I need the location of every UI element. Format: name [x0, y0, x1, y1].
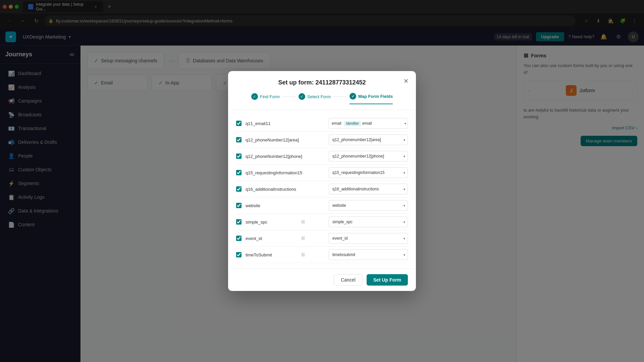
step-select-form: ✓ Select Form [299, 93, 331, 104]
step-map-fields-label: Map Form Fields [358, 94, 393, 99]
cancel-button[interactable]: Cancel [334, 274, 363, 286]
step-find-form: ✓ Find Form [251, 93, 280, 104]
field-select-wrapper-phone-phone: q12_phonenumber12[phone] ▾ [329, 151, 408, 162]
field-row-timetosubmit: timeToSubmit ⛓ timetosubmit ▾ [236, 247, 408, 263]
field-select-wrapper-email: email Identifier email ▾ [329, 118, 408, 129]
app-container: Integrate your data | Setup Gui... ✕ + ←… [0, 0, 644, 362]
field-select-wrapper-website: website ▾ [329, 200, 408, 211]
link-icon-event-id[interactable]: ⛓ [301, 236, 305, 241]
select-form-check-icon: ✓ [299, 93, 305, 100]
field-label-website: website [246, 203, 325, 208]
modal-footer: Cancel Set Up Form [228, 268, 416, 291]
field-label-text-simple-spc: simple_spc [246, 220, 299, 225]
field-label-phone-phone: q12_phoneNumber12[phone] [246, 154, 325, 159]
step-select-form-label: Select Form [307, 94, 331, 99]
step-separator-2 [333, 97, 347, 97]
field-select-wrapper-simple-spc: simple_spc ▾ [329, 217, 408, 227]
find-form-check-icon: ✓ [251, 93, 258, 100]
modal-close-btn[interactable]: ✕ [401, 76, 411, 86]
field-select-timetosubmit[interactable]: timetosubmit [329, 249, 408, 260]
field-row-email: q11_email11 email Identifier email ▾ [236, 115, 408, 132]
field-select-wrapper-event-id: event_id ▾ [329, 233, 408, 244]
field-checkbox-website[interactable] [236, 203, 241, 208]
field-label-email: q11_email11 [246, 121, 325, 126]
field-label-text-additional-instructions: q16_additionalInstructions [246, 187, 299, 192]
modal-body: q11_email11 email Identifier email ▾ [228, 110, 416, 268]
field-checkbox-simple-spc[interactable] [236, 219, 241, 225]
field-row-website: website website ▾ [236, 197, 408, 214]
link-icon-simple-spc[interactable]: ⛓ [301, 220, 305, 224]
modal-dialog: ✕ Set up form: 241128773312452 ✓ Find Fo… [228, 71, 416, 291]
field-label-timetosubmit: timeToSubmit ⛓ [246, 252, 325, 257]
field-label-text-requesting-info: q15_requestingInformation15 [246, 170, 302, 175]
field-select-event-id[interactable]: event_id [329, 233, 408, 244]
field-select-wrapper-additional-instructions: q16_additionalinstructions ▾ [329, 184, 408, 194]
field-checkbox-additional-instructions[interactable] [236, 186, 241, 192]
field-row-requesting-info: q15_requestingInformation15 q15_requesti… [236, 165, 408, 181]
field-select-phone-area[interactable]: q12_phonenumber12[area] [329, 134, 408, 145]
field-checkbox-event-id[interactable] [236, 236, 241, 241]
field-checkbox-phone-area[interactable] [236, 137, 241, 142]
field-select-phone-phone[interactable]: q12_phonenumber12[phone] [329, 151, 408, 162]
modal-title: Set up form: 241128773312452 [236, 79, 408, 86]
field-select-wrapper-timetosubmit: timetosubmit ▾ [329, 249, 408, 260]
field-checkbox-timetosubmit[interactable] [236, 252, 241, 257]
field-select-wrapper-requesting-info: q15_requestinginformation15 ▾ [329, 167, 408, 178]
field-label-phone-area: q12_phoneNumber12[area] [246, 137, 325, 142]
field-select-simple-spc[interactable]: simple_spc [329, 217, 408, 227]
field-row-simple-spc: simple_spc ⛓ simple_spc ▾ [236, 214, 408, 230]
field-select-website[interactable]: website [329, 200, 408, 211]
link-icon-timetosubmit[interactable]: ⛓ [301, 252, 305, 257]
modal-stepper: ✓ Find Form ✓ Select Form ✓ Map Form Fie… [228, 93, 416, 110]
field-label-text-website: website [246, 203, 299, 208]
field-label-text-timetosubmit: timeToSubmit [246, 252, 299, 257]
field-label-simple-spc: simple_spc ⛓ [246, 220, 325, 225]
field-row-phone-phone: q12_phoneNumber12[phone] q12_phonenumber… [236, 148, 408, 165]
field-label-text-phone-area: q12_phoneNumber12[area] [246, 137, 299, 142]
field-label-requesting-info: q15_requestingInformation15 [246, 170, 325, 175]
field-label-text-phone-phone: q12_phoneNumber12[phone] [246, 154, 302, 159]
app-body: Journeys ≪ 📊 Dashboard 📈 Analysis 📢 Camp… [0, 46, 644, 362]
field-label-text-email: q11_email11 [246, 121, 299, 126]
step-map-fields: ✓ Map Form Fields [350, 93, 393, 104]
field-select-wrapper-phone-area: q12_phonenumber12[area] ▾ [329, 134, 408, 145]
field-select-requesting-info[interactable]: q15_requestinginformation15 [329, 167, 408, 178]
modal-header: ✕ Set up form: 241128773312452 [228, 71, 416, 93]
field-checkbox-email[interactable] [236, 121, 241, 126]
step-separator-1 [282, 97, 296, 97]
modal-overlay: ✕ Set up form: 241128773312452 ✓ Find Fo… [80, 46, 644, 362]
field-label-additional-instructions: q16_additionalInstructions [246, 187, 325, 192]
map-fields-check-icon: ✓ [350, 93, 356, 100]
setup-form-button[interactable]: Set Up Form [367, 274, 408, 286]
identifier-badge: Identifier [344, 121, 361, 126]
field-label-event-id: event_id ⛓ [246, 236, 325, 241]
field-row-phone-area: q12_phoneNumber12[area] q12_phonenumber1… [236, 132, 408, 148]
field-label-text-event-id: event_id [246, 236, 299, 241]
field-select-additional-instructions[interactable]: q16_additionalinstructions [329, 184, 408, 194]
field-row-additional-instructions: q16_additionalInstructions q16_additiona… [236, 181, 408, 197]
field-row-event-id: event_id ⛓ event_id ▾ [236, 230, 408, 247]
page-area: ✓ Setup messaging channels — 🗄 Databases… [80, 46, 644, 362]
field-checkbox-requesting-info[interactable] [236, 170, 241, 175]
step-find-form-label: Find Form [260, 94, 280, 99]
field-checkbox-phone-phone[interactable] [236, 154, 241, 159]
